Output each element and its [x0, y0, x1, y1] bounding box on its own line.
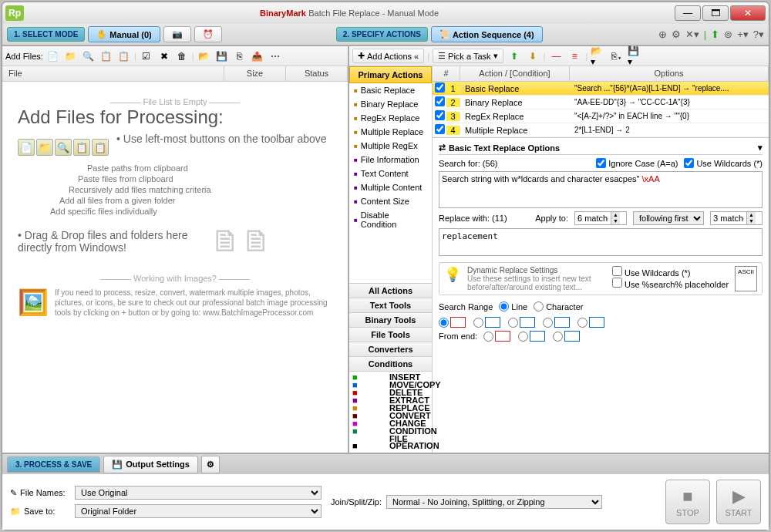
- action-check-3[interactable]: [435, 110, 445, 120]
- matches-before-input[interactable]: [575, 212, 611, 224]
- add-actions-button[interactable]: ✚Add Actions «: [352, 49, 424, 63]
- move-up-button[interactable]: ⬆: [507, 49, 522, 64]
- spin-up-1[interactable]: ▲: [611, 212, 620, 218]
- cat-multiple-replace[interactable]: Multiple Replace: [349, 125, 432, 139]
- cat-conditions[interactable]: Conditions: [349, 356, 432, 371]
- action-check-4[interactable]: [435, 124, 445, 134]
- stop-button[interactable]: ■STOP: [665, 480, 710, 524]
- save-list-button[interactable]: 💾: [214, 49, 230, 64]
- action-row-4[interactable]: 4 Multiple Replace 2*[L1-END] → 2: [433, 123, 769, 137]
- spin-dn-2[interactable]: ▼: [746, 218, 756, 224]
- cat-basic-replace[interactable]: Basic Replace: [349, 83, 432, 97]
- cat-all-actions[interactable]: All Actions: [349, 283, 432, 298]
- wifi-icon[interactable]: ⊚: [724, 29, 732, 40]
- range-opt-5[interactable]: [577, 318, 588, 328]
- following-select[interactable]: following first: [633, 211, 704, 225]
- cat-text-content[interactable]: Text Content: [349, 167, 432, 180]
- open-folder-button[interactable]: 📂: [197, 49, 212, 64]
- jsz-select[interactable]: Normal - No Joining, Splitting, or Zippi…: [386, 495, 602, 509]
- maximize-button[interactable]: 🗖: [702, 5, 729, 21]
- col-size[interactable]: Size: [224, 66, 286, 81]
- tab-action-sequence[interactable]: 📜Action Sequence (4): [431, 26, 543, 42]
- range-opt-2[interactable]: [473, 318, 483, 328]
- upload-icon[interactable]: ⬆: [711, 29, 719, 40]
- cat-disable-condition[interactable]: Disable Condition: [349, 208, 432, 231]
- ignore-case-check[interactable]: [596, 158, 606, 168]
- action-check-2[interactable]: [435, 96, 445, 106]
- col-status[interactable]: Status: [286, 66, 348, 81]
- action-row-2[interactable]: 2 Binary Replace "AA-EE-DD"{3} → "CC-CC-…: [433, 96, 769, 109]
- clear-button[interactable]: 🗑: [174, 49, 190, 64]
- pick-task-button[interactable]: ☰Pick a Task ▾: [433, 49, 503, 63]
- start-button[interactable]: ▶START: [716, 480, 761, 524]
- end-opt-2[interactable]: [518, 332, 528, 342]
- plus-icon[interactable]: +▾: [737, 29, 749, 40]
- paste-paths-button[interactable]: 📋: [116, 49, 132, 64]
- dyn-wildcards-check[interactable]: [612, 266, 622, 276]
- more-button[interactable]: ⋯: [268, 49, 283, 64]
- file-list-empty: ———— File List is Empty ———— Add Files f…: [2, 82, 348, 453]
- paste-files-button[interactable]: 📋: [99, 49, 114, 64]
- cat-regex-replace[interactable]: RegEx Replace: [349, 111, 432, 125]
- dyn-placeholder-check[interactable]: [612, 278, 622, 288]
- export-button[interactable]: 📤: [250, 49, 265, 64]
- add-files-toolbar: Add Files: 📄 📁 🔍 📋 📋 | ☑ ✖ 🗑 | 📂 💾 ⎘ 📤 ⋯: [2, 46, 348, 66]
- copy-actions-button[interactable]: ⎘▾: [609, 49, 625, 64]
- add-file-button[interactable]: 📄: [45, 49, 61, 64]
- minimize-button[interactable]: —: [675, 5, 701, 21]
- spin-dn-1[interactable]: ▼: [611, 218, 620, 224]
- cat-multiple-content[interactable]: Multiple Content: [349, 180, 432, 194]
- help-icon[interactable]: ?▾: [753, 29, 764, 40]
- cat-multiple-regex[interactable]: Multiple RegEx: [349, 139, 432, 153]
- tab-gear[interactable]: ⚙: [201, 456, 220, 473]
- action-row-1[interactable]: 1 Basic Replace "Search ..."{56}*(A=a)[L…: [433, 82, 769, 96]
- add-folder-button[interactable]: 📁: [63, 49, 79, 64]
- settings-icon[interactable]: ⚙: [672, 29, 681, 40]
- ascii-button[interactable]: ASCII: [735, 266, 757, 291]
- tools-icon[interactable]: ✕▾: [685, 29, 699, 40]
- delete-action-button[interactable]: —: [548, 49, 564, 64]
- save-actions-button[interactable]: 💾▾: [628, 49, 643, 64]
- matches-after-input[interactable]: [711, 212, 746, 224]
- select-all-button[interactable]: ☑: [139, 49, 154, 64]
- tab-clock[interactable]: ⏰: [194, 26, 222, 42]
- col-file[interactable]: File: [2, 66, 224, 81]
- copy-button[interactable]: ⎘: [232, 49, 247, 64]
- tab-manual[interactable]: ✋Manual (0): [88, 26, 160, 42]
- use-wildcards-check[interactable]: [684, 158, 694, 168]
- globe-icon[interactable]: ⊕: [658, 29, 667, 40]
- range-char-radio[interactable]: [534, 301, 544, 311]
- remove-button[interactable]: ✖: [157, 49, 172, 64]
- search-textarea[interactable]: Search string with w*ldcards and charact…: [439, 171, 763, 208]
- cat-text-tools[interactable]: Text Tools: [349, 298, 432, 312]
- tab-camera[interactable]: 📷: [163, 26, 191, 42]
- saveto-select[interactable]: Original Folder: [75, 504, 322, 518]
- cat-binary-tools[interactable]: Binary Tools: [349, 312, 432, 327]
- close-button[interactable]: ✕: [730, 5, 766, 21]
- manual-icon: ✋: [96, 29, 107, 39]
- tab-output-settings[interactable]: 💾Output Settings: [103, 456, 198, 473]
- cat-file-info[interactable]: File Information: [349, 153, 432, 167]
- range-opt-3[interactable]: [508, 318, 518, 328]
- clear-actions-button[interactable]: ≡: [567, 49, 582, 64]
- add-recurse-button[interactable]: 🔍: [81, 49, 96, 64]
- cat-content-size[interactable]: Content Size: [349, 194, 432, 208]
- end-opt-1[interactable]: [483, 332, 493, 342]
- spin-up-2[interactable]: ▲: [746, 212, 756, 218]
- range-line-radio[interactable]: [499, 301, 509, 311]
- cat-converters[interactable]: Converters: [349, 342, 432, 356]
- filenames-select[interactable]: Use Original: [75, 486, 322, 500]
- move-down-button[interactable]: ⬇: [525, 49, 540, 64]
- action-row-3[interactable]: 3 RegEx Replace "<[A-Z]+/?>" in EACH lin…: [433, 109, 769, 123]
- action-check-1[interactable]: [435, 82, 445, 93]
- collapse-icon[interactable]: ▾: [758, 143, 763, 153]
- cat-binary-replace[interactable]: Binary Replace: [349, 97, 432, 111]
- range-opt-1[interactable]: [439, 318, 449, 328]
- range-opt-4[interactable]: [543, 318, 553, 328]
- rename-icon: ✎: [10, 488, 17, 498]
- replace-textarea[interactable]: replacement: [439, 228, 763, 256]
- cat-file-tools[interactable]: File Tools: [349, 327, 432, 342]
- end-opt-3[interactable]: [553, 332, 563, 342]
- play-icon: ▶: [732, 487, 746, 507]
- open-actions-button[interactable]: 📂▾: [591, 49, 606, 64]
